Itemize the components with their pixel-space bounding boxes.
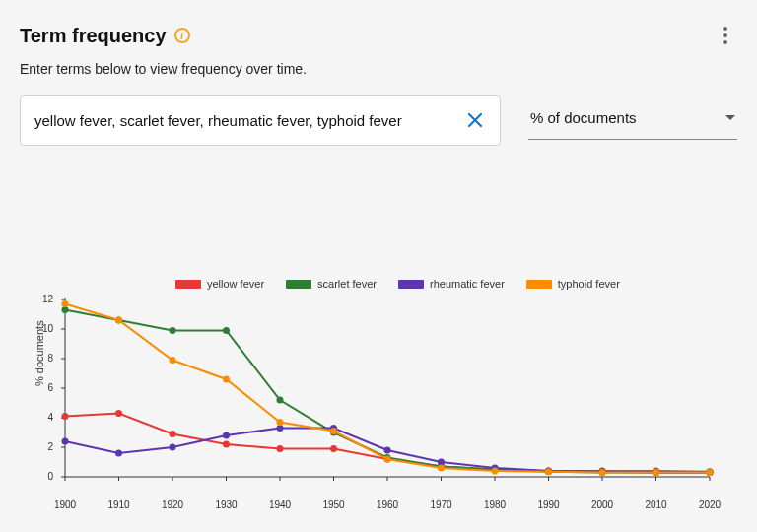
data-point[interactable]	[62, 300, 69, 307]
data-point[interactable]	[277, 445, 284, 452]
data-point[interactable]	[115, 450, 122, 457]
term-frequency-card: Term frequency i Enter terms below to vi…	[0, 0, 757, 532]
data-point[interactable]	[62, 306, 69, 313]
x-tick-label: 1900	[54, 499, 76, 510]
plot-region: yellow feverscarlet feverrheumatic fever…	[57, 278, 718, 495]
x-tick-label: 1930	[215, 499, 237, 510]
y-tick-label: 12	[34, 294, 53, 304]
data-point[interactable]	[384, 447, 391, 454]
data-point[interactable]	[62, 413, 69, 420]
data-point[interactable]	[545, 468, 552, 475]
x-tick-label: 1970	[430, 499, 451, 510]
data-point[interactable]	[653, 469, 659, 476]
data-point[interactable]	[707, 469, 714, 476]
close-icon	[467, 112, 483, 128]
x-tick-label: 2020	[699, 499, 721, 510]
x-tick-label: 1940	[269, 499, 291, 510]
y-tick-label: 2	[34, 441, 53, 452]
chevron-down-icon	[725, 115, 735, 120]
data-point[interactable]	[277, 419, 284, 426]
data-point[interactable]	[384, 456, 391, 463]
data-point[interactable]	[223, 376, 230, 383]
x-tick-label: 1920	[162, 499, 183, 510]
page-title: Term frequency	[20, 25, 167, 47]
data-point[interactable]	[438, 459, 445, 466]
y-tick-label: 10	[34, 323, 53, 334]
data-point[interactable]	[170, 444, 176, 451]
y-tick-label: 4	[34, 412, 53, 423]
chart-svg	[57, 278, 718, 495]
data-point[interactable]	[170, 431, 176, 437]
data-point[interactable]	[223, 432, 230, 439]
data-point[interactable]	[330, 428, 337, 434]
data-point[interactable]	[492, 468, 499, 475]
x-tick-label: 1980	[484, 499, 506, 510]
measure-select[interactable]: % of documents	[528, 100, 737, 140]
data-point[interactable]	[330, 445, 337, 452]
series-line	[65, 414, 710, 472]
x-tick-label: 1950	[322, 499, 344, 510]
data-point[interactable]	[62, 438, 69, 445]
more-options-button[interactable]	[714, 24, 737, 47]
header-row: Term frequency i	[20, 24, 737, 47]
data-point[interactable]	[599, 469, 606, 476]
data-point[interactable]	[170, 357, 176, 364]
x-tick-label: 1910	[107, 499, 129, 510]
x-tick-label: 1990	[537, 499, 559, 510]
controls-row: % of documents	[20, 95, 737, 146]
measure-select-label: % of documents	[530, 109, 637, 126]
data-point[interactable]	[277, 425, 284, 432]
data-point[interactable]	[438, 465, 445, 472]
terms-input-wrap	[20, 95, 501, 146]
chart-area: yellow feverscarlet feverrheumatic fever…	[20, 256, 737, 512]
y-tick-label: 6	[34, 382, 53, 393]
clear-input-button[interactable]	[464, 109, 486, 131]
title-wrap: Term frequency i	[20, 25, 190, 47]
info-icon[interactable]: i	[174, 28, 190, 43]
x-tick-label: 2000	[591, 499, 613, 510]
terms-input[interactable]	[34, 112, 464, 129]
data-point[interactable]	[115, 317, 122, 324]
y-tick-label: 0	[34, 471, 53, 482]
data-point[interactable]	[223, 441, 230, 448]
data-point[interactable]	[223, 327, 230, 334]
data-point[interactable]	[115, 410, 122, 417]
y-tick-label: 8	[34, 353, 53, 364]
x-tick-label: 1960	[377, 499, 398, 510]
data-point[interactable]	[277, 397, 284, 404]
data-point[interactable]	[170, 327, 176, 334]
x-tick-label: 2010	[645, 499, 666, 510]
subtitle: Enter terms below to view frequency over…	[20, 61, 737, 77]
